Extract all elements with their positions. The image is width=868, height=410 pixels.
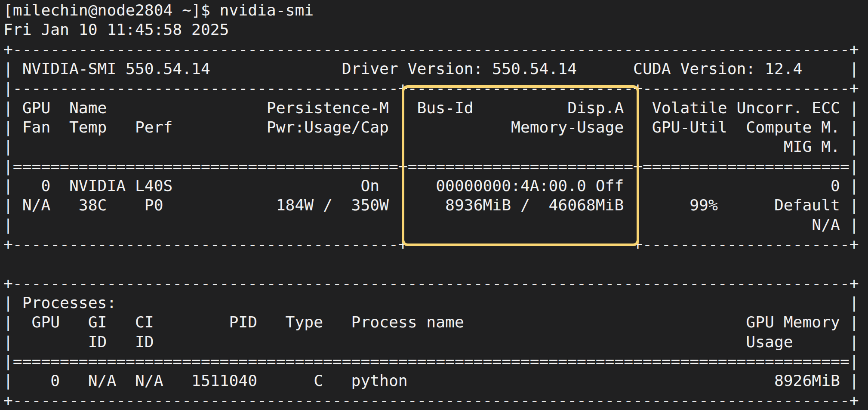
gpu-data-row-2: | N/A 38C P0 184W / 350W | 8936MiB / 460… bbox=[3, 195, 868, 215]
gpu-table-header-separator: |---------------------------------------… bbox=[3, 78, 868, 98]
gpu-table-divider: |=======================================… bbox=[3, 157, 868, 176]
process-header-row-2: | ID ID Usage | bbox=[3, 332, 868, 351]
smi-version-row: | NVIDIA-SMI 550.54.14 Driver Version: 5… bbox=[3, 59, 868, 78]
process-data-row: | 0 N/A N/A 1511040 C python 8926MiB | bbox=[3, 371, 868, 390]
gpu-table-header-row-3: | | | MIG M. | bbox=[3, 137, 868, 156]
gpu-table-bottom-border: +---------------------------------------… bbox=[3, 234, 868, 254]
process-table-divider: |=======================================… bbox=[3, 351, 868, 371]
gpu-data-row-3: | | | N/A | bbox=[3, 215, 868, 234]
process-table-top-border: +---------------------------------------… bbox=[3, 274, 868, 293]
gpu-table-header-row-1: | GPU Name Persistence-M | Bus-Id Disp.A… bbox=[3, 98, 868, 117]
terminal-window[interactable]: [milechin@node2804 ~]$ nvidia-smi Fri Ja… bbox=[0, 0, 868, 410]
process-header-row-1: | GPU GI CI PID Type Process name GPU Me… bbox=[3, 312, 868, 332]
timestamp-line: Fri Jan 10 11:45:58 2025 bbox=[3, 20, 868, 39]
gpu-table-header-row-2: | Fan Temp Perf Pwr:Usage/Cap | Memory-U… bbox=[3, 117, 868, 137]
processes-title-row: | Processes: | bbox=[3, 293, 868, 312]
prompt-command-line: [milechin@node2804 ~]$ nvidia-smi bbox=[3, 0, 868, 20]
gpu-table-top-border: +---------------------------------------… bbox=[3, 40, 868, 59]
gpu-data-row-1: | 0 NVIDIA L40S On | 00000000:4A:00.0 Of… bbox=[3, 176, 868, 195]
blank-line bbox=[3, 254, 868, 273]
process-table-bottom-border: +---------------------------------------… bbox=[3, 391, 868, 410]
